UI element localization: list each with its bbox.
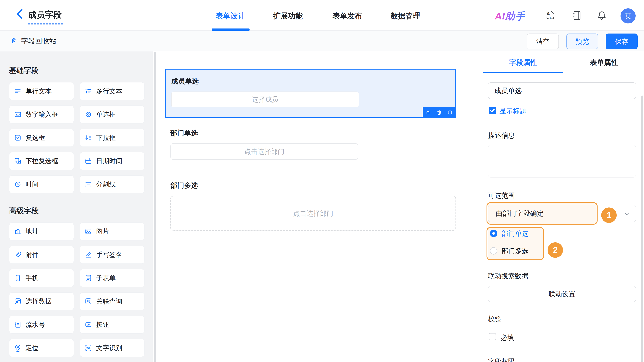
field-item-number-input[interactable]: 123数字输入框: [9, 105, 74, 123]
chevron-down-icon: [623, 210, 630, 217]
svg-text:中: 中: [550, 15, 554, 21]
field-item-multi-dropdown[interactable]: 下拉复选框: [9, 152, 74, 170]
form-designer-app: 成员字段 表单设计 扩展功能 表单发布 数据管理 AI助手 A 中: [0, 0, 644, 362]
field-item-lookup[interactable]: 关联查询: [80, 292, 144, 310]
field-item-label: 复选框: [26, 133, 45, 142]
annotation-badge-2: 2: [548, 242, 563, 258]
field-item-select-data[interactable]: 选择数据: [9, 292, 74, 310]
ai-assistant-button[interactable]: AI助手: [495, 10, 525, 23]
radio-option-dept-multi[interactable]: 部门多选: [490, 247, 528, 255]
required-checkbox[interactable]: [489, 333, 496, 340]
field-item-ocr[interactable]: OCR文字识别: [80, 339, 144, 357]
canvas-field-member-radio[interactable]: 成员单选 选择成员: [165, 69, 456, 118]
field-item-serial[interactable]: 流水号: [9, 316, 74, 334]
field-recycle-bin-button[interactable]: 字段回收站: [10, 33, 56, 49]
field-item-location[interactable]: 定位: [9, 339, 74, 357]
multi-line-icon: [84, 87, 92, 95]
dept-select-input[interactable]: 点击选择部门: [170, 143, 358, 160]
button-field-icon: Btn: [84, 321, 92, 329]
field-item-label: 分割线: [96, 180, 116, 189]
ocr-icon: OCR: [84, 344, 92, 352]
radio-option-dept-single[interactable]: 部门单选: [490, 229, 528, 238]
field-item-label: 附件: [26, 250, 38, 259]
field-item-label: 下拉复选框: [26, 157, 58, 166]
field-item-label: 多行文本: [96, 87, 122, 96]
translate-icon[interactable]: A 中: [545, 10, 556, 21]
field-item-subform[interactable]: 子表单: [80, 269, 144, 287]
notebook-icon[interactable]: [571, 10, 582, 21]
back-icon[interactable]: [14, 8, 26, 22]
field-action-bar: [422, 107, 456, 118]
validate-label: 校验: [488, 314, 502, 323]
field-item-label: 选择数据: [26, 297, 52, 306]
field-item-label: 文字识别: [96, 344, 122, 353]
sidebar-scrollbar[interactable]: [154, 52, 156, 362]
field-item-image[interactable]: 图片: [80, 222, 144, 241]
range-label: 可选范围: [488, 191, 515, 200]
svg-text:123: 123: [16, 113, 20, 116]
tab-data-management[interactable]: 数据管理: [390, 11, 420, 21]
location-icon: [14, 344, 22, 352]
field-item-label: 日期时间: [96, 157, 122, 166]
field-item-divider[interactable]: 分割线: [80, 175, 144, 193]
field-item-datetime[interactable]: 日期时间: [80, 152, 144, 170]
field-library-sidebar: 基础字段 单行文本多行文本123数字输入框单选框复选框下拉框下拉复选框日期时间时…: [0, 51, 152, 362]
image-icon: [84, 227, 92, 236]
signature-icon: [84, 251, 92, 259]
field-item-signature[interactable]: 手写签名: [80, 246, 144, 264]
field-item-label: 单选框: [96, 110, 116, 119]
divider-icon: [84, 180, 92, 188]
field-name-input[interactable]: 成员单选: [488, 82, 636, 99]
select-data-icon: [14, 297, 22, 305]
page-scrollbar[interactable]: [641, 95, 643, 362]
field-item-radio-field[interactable]: 单选框: [80, 105, 144, 123]
recycle-bin-label: 字段回收站: [21, 36, 56, 46]
linkage-label: 联动搜索数据: [488, 271, 528, 281]
save-button[interactable]: 保存: [606, 33, 638, 49]
subform-icon: [84, 274, 92, 282]
tab-extensions[interactable]: 扩展功能: [273, 11, 303, 21]
field-item-phone[interactable]: 手机: [9, 269, 74, 287]
avatar[interactable]: 英: [620, 8, 636, 23]
field-item-dropdown[interactable]: 下拉框: [80, 129, 144, 147]
time-icon: [14, 180, 22, 188]
show-title-label[interactable]: 显示标题: [500, 106, 526, 116]
field-item-attachment[interactable]: 附件: [9, 246, 74, 264]
field-item-label: 手机: [26, 274, 38, 283]
linkage-settings-button[interactable]: 联动设置: [488, 286, 636, 302]
tab-form-design[interactable]: 表单设计: [216, 11, 245, 21]
field-item-multi-line[interactable]: 多行文本: [80, 82, 144, 100]
page-title[interactable]: 成员字段: [28, 9, 62, 20]
description-textarea[interactable]: [488, 145, 636, 177]
field-item-label: 流水号: [26, 320, 45, 329]
annotation-badge-1: 1: [601, 207, 617, 223]
advanced-fields-section-title: 高级字段: [9, 193, 144, 216]
radio-option-label: 部门单选: [502, 229, 528, 238]
clear-button[interactable]: 清空: [527, 33, 559, 49]
field-item-label: 下拉框: [96, 133, 116, 142]
field-item-checkbox-field[interactable]: 复选框: [9, 129, 74, 147]
field-item-time[interactable]: 时间: [9, 175, 74, 193]
tab-form-publish[interactable]: 表单发布: [332, 11, 362, 21]
bell-icon[interactable]: [596, 10, 607, 21]
preview-button[interactable]: 预览: [566, 33, 598, 49]
required-label[interactable]: 必填: [501, 333, 514, 342]
description-label: 描述信息: [488, 131, 515, 140]
copy-icon[interactable]: [425, 109, 432, 116]
dept-multi-select-area[interactable]: 点击选择部门: [170, 196, 456, 231]
dropdown-icon: [84, 134, 92, 142]
radio-unselected-icon: [490, 247, 497, 255]
range-select-value: 由部门字段确定: [496, 209, 544, 218]
frame-icon[interactable]: [446, 109, 453, 116]
field-item-address[interactable]: 地址: [9, 222, 74, 241]
member-select-input[interactable]: 选择成员: [171, 91, 359, 107]
field-item-single-line[interactable]: 单行文本: [9, 82, 74, 100]
show-title-checkbox[interactable]: [489, 107, 496, 114]
tab-form-properties[interactable]: 表单属性: [564, 51, 644, 73]
multi-dropdown-icon: [14, 157, 22, 165]
field-item-label: 单行文本: [26, 87, 52, 96]
delete-icon[interactable]: [436, 109, 442, 116]
attachment-icon: [14, 251, 22, 259]
field-item-button-field[interactable]: Btn按钮: [80, 316, 144, 334]
tab-field-properties[interactable]: 字段属性: [483, 51, 564, 73]
